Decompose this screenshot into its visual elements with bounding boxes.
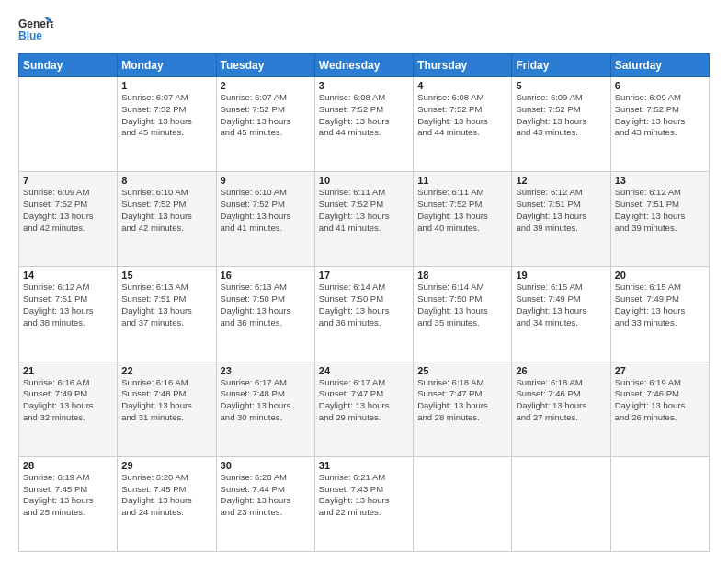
day-info: Sunrise: 6:11 AMSunset: 7:52 PMDaylight:… [319,187,409,234]
calendar-day-24: 24Sunrise: 6:17 AMSunset: 7:47 PMDayligh… [314,362,413,456]
day-info: Sunrise: 6:20 AMSunset: 7:44 PMDaylight:… [221,472,311,519]
day-number: 6 [615,80,705,91]
calendar-day-6: 6Sunrise: 6:09 AMSunset: 7:52 PMDaylight… [610,77,709,172]
day-info: Sunrise: 6:21 AMSunset: 7:43 PMDaylight:… [319,472,409,519]
day-number: 11 [417,175,507,186]
calendar-day-1: 1Sunrise: 6:07 AMSunset: 7:52 PMDaylight… [118,77,216,172]
calendar-day-5: 5Sunrise: 6:09 AMSunset: 7:52 PMDaylight… [512,77,610,172]
day-number: 16 [221,270,311,281]
calendar-day-27: 27Sunrise: 6:19 AMSunset: 7:46 PMDayligh… [610,362,709,456]
day-info: Sunrise: 6:18 AMSunset: 7:47 PMDaylight:… [417,377,507,424]
day-info: Sunrise: 6:19 AMSunset: 7:46 PMDaylight:… [615,377,705,424]
calendar-empty-cell [610,456,709,551]
calendar-day-31: 31Sunrise: 6:21 AMSunset: 7:43 PMDayligh… [314,456,413,551]
day-number: 26 [516,365,606,376]
day-info: Sunrise: 6:11 AMSunset: 7:52 PMDaylight:… [417,187,507,234]
day-number: 2 [221,80,311,91]
day-number: 31 [319,460,409,471]
calendar-empty-cell [414,456,512,551]
day-number: 28 [23,460,113,471]
calendar-day-8: 8Sunrise: 6:10 AMSunset: 7:52 PMDaylight… [118,172,216,267]
day-info: Sunrise: 6:08 AMSunset: 7:52 PMDaylight:… [319,92,409,139]
calendar-day-9: 9Sunrise: 6:10 AMSunset: 7:52 PMDaylight… [216,172,314,267]
calendar-day-15: 15Sunrise: 6:13 AMSunset: 7:51 PMDayligh… [118,267,216,362]
calendar-day-26: 26Sunrise: 6:18 AMSunset: 7:46 PMDayligh… [512,362,610,456]
day-info: Sunrise: 6:10 AMSunset: 7:52 PMDaylight:… [121,187,211,234]
day-number: 24 [319,365,409,376]
day-info: Sunrise: 6:07 AMSunset: 7:52 PMDaylight:… [121,92,211,139]
calendar-day-16: 16Sunrise: 6:13 AMSunset: 7:50 PMDayligh… [216,267,314,362]
day-number: 21 [23,365,113,376]
calendar-day-19: 19Sunrise: 6:15 AMSunset: 7:49 PMDayligh… [512,267,610,362]
calendar-day-18: 18Sunrise: 6:14 AMSunset: 7:50 PMDayligh… [414,267,512,362]
day-number: 20 [615,270,705,281]
calendar-week-row: 21Sunrise: 6:16 AMSunset: 7:49 PMDayligh… [19,362,710,456]
calendar-day-14: 14Sunrise: 6:12 AMSunset: 7:51 PMDayligh… [19,267,118,362]
day-number: 29 [121,460,211,471]
day-info: Sunrise: 6:15 AMSunset: 7:49 PMDaylight:… [516,282,606,328]
page: General Blue SundayMondayTuesdayWednesda… [0,0,728,563]
calendar-day-22: 22Sunrise: 6:16 AMSunset: 7:48 PMDayligh… [118,362,216,456]
calendar-day-4: 4Sunrise: 6:08 AMSunset: 7:52 PMDaylight… [414,77,512,172]
day-info: Sunrise: 6:13 AMSunset: 7:50 PMDaylight:… [221,282,311,328]
day-number: 9 [221,175,311,186]
calendar-day-12: 12Sunrise: 6:12 AMSunset: 7:51 PMDayligh… [512,172,610,267]
day-number: 7 [23,175,113,186]
day-number: 27 [615,365,705,376]
logo: General Blue [18,15,53,44]
day-number: 8 [121,175,211,186]
calendar-day-28: 28Sunrise: 6:19 AMSunset: 7:45 PMDayligh… [19,456,118,551]
calendar-day-17: 17Sunrise: 6:14 AMSunset: 7:50 PMDayligh… [314,267,413,362]
weekday-header-friday: Friday [512,54,610,77]
day-number: 15 [121,270,211,281]
calendar-week-row: 1Sunrise: 6:07 AMSunset: 7:52 PMDaylight… [19,77,710,172]
day-info: Sunrise: 6:18 AMSunset: 7:46 PMDaylight:… [516,377,606,424]
day-info: Sunrise: 6:19 AMSunset: 7:45 PMDaylight:… [23,472,113,519]
weekday-header-saturday: Saturday [610,54,709,77]
calendar-day-10: 10Sunrise: 6:11 AMSunset: 7:52 PMDayligh… [314,172,413,267]
day-number: 30 [221,460,311,471]
day-info: Sunrise: 6:12 AMSunset: 7:51 PMDaylight:… [23,282,113,328]
calendar-day-20: 20Sunrise: 6:15 AMSunset: 7:49 PMDayligh… [610,267,709,362]
calendar-day-13: 13Sunrise: 6:12 AMSunset: 7:51 PMDayligh… [610,172,709,267]
calendar-empty-cell [512,456,610,551]
weekday-header-sunday: Sunday [19,54,118,77]
day-number: 19 [516,270,606,281]
calendar-day-25: 25Sunrise: 6:18 AMSunset: 7:47 PMDayligh… [414,362,512,456]
day-info: Sunrise: 6:17 AMSunset: 7:48 PMDaylight:… [221,377,311,424]
day-number: 23 [221,365,311,376]
day-info: Sunrise: 6:09 AMSunset: 7:52 PMDaylight:… [23,187,113,234]
day-info: Sunrise: 6:07 AMSunset: 7:52 PMDaylight:… [221,92,311,139]
day-number: 13 [615,175,705,186]
calendar-week-row: 28Sunrise: 6:19 AMSunset: 7:45 PMDayligh… [19,456,710,551]
day-info: Sunrise: 6:14 AMSunset: 7:50 PMDaylight:… [319,282,409,328]
day-number: 12 [516,175,606,186]
calendar-day-30: 30Sunrise: 6:20 AMSunset: 7:44 PMDayligh… [216,456,314,551]
day-info: Sunrise: 6:16 AMSunset: 7:48 PMDaylight:… [121,377,211,424]
day-number: 5 [516,80,606,91]
calendar-day-7: 7Sunrise: 6:09 AMSunset: 7:52 PMDaylight… [19,172,118,267]
day-info: Sunrise: 6:10 AMSunset: 7:52 PMDaylight:… [221,187,311,234]
day-number: 18 [417,270,507,281]
day-number: 25 [417,365,507,376]
calendar-week-row: 14Sunrise: 6:12 AMSunset: 7:51 PMDayligh… [19,267,710,362]
weekday-header-tuesday: Tuesday [216,54,314,77]
calendar-table: SundayMondayTuesdayWednesdayThursdayFrid… [18,53,710,552]
day-info: Sunrise: 6:14 AMSunset: 7:50 PMDaylight:… [417,282,507,328]
calendar-week-row: 7Sunrise: 6:09 AMSunset: 7:52 PMDaylight… [19,172,710,267]
calendar-day-11: 11Sunrise: 6:11 AMSunset: 7:52 PMDayligh… [414,172,512,267]
day-info: Sunrise: 6:08 AMSunset: 7:52 PMDaylight:… [417,92,507,139]
day-number: 14 [23,270,113,281]
calendar-day-21: 21Sunrise: 6:16 AMSunset: 7:49 PMDayligh… [19,362,118,456]
day-number: 4 [417,80,507,91]
day-info: Sunrise: 6:13 AMSunset: 7:51 PMDaylight:… [121,282,211,328]
calendar-day-23: 23Sunrise: 6:17 AMSunset: 7:48 PMDayligh… [216,362,314,456]
svg-text:Blue: Blue [18,29,42,42]
header: General Blue [18,15,710,44]
weekday-header-wednesday: Wednesday [314,54,413,77]
weekday-header-thursday: Thursday [414,54,512,77]
weekday-header-monday: Monday [118,54,216,77]
day-info: Sunrise: 6:12 AMSunset: 7:51 PMDaylight:… [615,187,705,234]
day-info: Sunrise: 6:12 AMSunset: 7:51 PMDaylight:… [516,187,606,234]
day-info: Sunrise: 6:17 AMSunset: 7:47 PMDaylight:… [319,377,409,424]
